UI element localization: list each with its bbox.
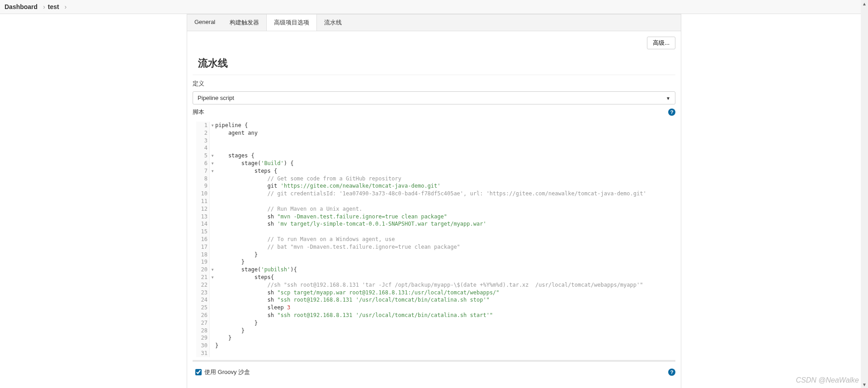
advanced-button[interactable]: 高级... xyxy=(647,37,675,49)
code-line[interactable]: 20▾ stage('pubilsh'){ xyxy=(196,266,672,274)
code-line[interactable]: 13 sh "mvn -Dmaven.test.failure.ignore=t… xyxy=(196,213,672,221)
breadcrumb-item[interactable]: test xyxy=(48,3,59,10)
tab-pipeline[interactable]: 流水线 xyxy=(317,14,349,31)
scrollbar[interactable]: ▲ ▼ xyxy=(861,0,868,388)
code-line[interactable]: 1▾pipeline { xyxy=(196,122,672,129)
watermark: CSDN @NeaWalke xyxy=(796,376,859,384)
code-line[interactable]: 29 } xyxy=(196,334,672,342)
breadcrumb-root[interactable]: Dashboard xyxy=(5,3,38,10)
definition-select[interactable]: Pipeline script ▼ xyxy=(193,91,675,104)
tab-advanced-options[interactable]: 高级项目选项 xyxy=(266,14,317,31)
code-line[interactable]: 8 // Get some code from a GitHub reposit… xyxy=(196,175,672,183)
sandbox-input[interactable] xyxy=(195,369,202,375)
script-editor[interactable]: 1▾pipeline {2 agent any3 4 5▾ stages {6▾… xyxy=(196,120,672,357)
chevron-down-icon: ▼ xyxy=(666,95,670,100)
code-line[interactable]: 12 // Run Maven on a Unix agent. xyxy=(196,205,672,213)
code-line[interactable]: 4 xyxy=(196,144,672,152)
code-line[interactable]: 3 xyxy=(196,137,672,145)
tab-general[interactable]: General xyxy=(187,14,222,31)
script-label: 脚本 xyxy=(193,108,204,116)
chevron-right-icon: › xyxy=(43,3,45,10)
sandbox-label: 使用 Groovy 沙盒 xyxy=(204,368,250,376)
code-line[interactable]: 31 xyxy=(196,350,672,357)
code-line[interactable]: 5▾ stages { xyxy=(196,152,672,160)
code-line[interactable]: 16 // To run Maven on a Windows agent, u… xyxy=(196,236,672,243)
groovy-sandbox-checkbox[interactable]: 使用 Groovy 沙盒 xyxy=(195,368,250,376)
scroll-up-icon[interactable]: ▲ xyxy=(861,0,868,7)
definition-label: 定义 xyxy=(187,80,681,90)
config-panel: 高级... 流水线 定义 Pipeline script ▼ 脚本 ? 1▾pi… xyxy=(187,31,681,388)
code-line[interactable]: 23 sh "scp target/myapp.war root@192.168… xyxy=(196,289,672,297)
code-line[interactable]: 10 // git credentialsId: '1ea07490-3a73-… xyxy=(196,190,672,198)
code-line[interactable]: 21▾ steps{ xyxy=(196,274,672,281)
code-line[interactable]: 9 git 'https://gitee.com/neawalke/tomcat… xyxy=(196,182,672,190)
section-title-pipeline: 流水线 xyxy=(193,54,675,75)
config-tabs: General 构建触发器 高级项目选项 流水线 xyxy=(187,14,681,31)
chevron-right-icon: › xyxy=(65,3,67,10)
help-icon[interactable]: ? xyxy=(668,369,675,376)
code-line[interactable]: 2 agent any xyxy=(196,129,672,137)
code-line[interactable]: 7▾ steps { xyxy=(196,167,672,175)
code-line[interactable]: 14 sh 'mv target/ly-simple-tomcat-0.0.1-… xyxy=(196,220,672,228)
code-line[interactable]: 6▾ stage('Build') { xyxy=(196,160,672,167)
code-line[interactable]: 19 } xyxy=(196,258,672,266)
code-line[interactable]: 17 // bat "mvn -Dmaven.test.failure.igno… xyxy=(196,243,672,251)
scroll-down-icon[interactable]: ▼ xyxy=(861,381,868,388)
code-line[interactable]: 24 sh "ssh root@192.168.8.131 '/usr/loca… xyxy=(196,296,672,304)
code-line[interactable]: 26 sh "ssh root@192.168.8.131 '/usr/loca… xyxy=(196,312,672,319)
code-line[interactable]: 11 xyxy=(196,198,672,205)
definition-value: Pipeline script xyxy=(198,95,234,101)
code-line[interactable]: 18 } xyxy=(196,251,672,259)
code-line[interactable]: 22 //sh "ssh root@192.168.8.131 'tar -Jc… xyxy=(196,281,672,289)
code-line[interactable]: 30 } xyxy=(196,342,672,350)
code-line[interactable]: 25 sleep 3 xyxy=(196,304,672,312)
tab-triggers[interactable]: 构建触发器 xyxy=(222,14,266,31)
help-icon[interactable]: ? xyxy=(668,109,675,116)
code-line[interactable]: 28 } xyxy=(196,327,672,335)
code-line[interactable]: 15 xyxy=(196,228,672,236)
breadcrumb: Dashboard › test › xyxy=(0,0,868,14)
code-line[interactable]: 27 } xyxy=(196,319,672,327)
